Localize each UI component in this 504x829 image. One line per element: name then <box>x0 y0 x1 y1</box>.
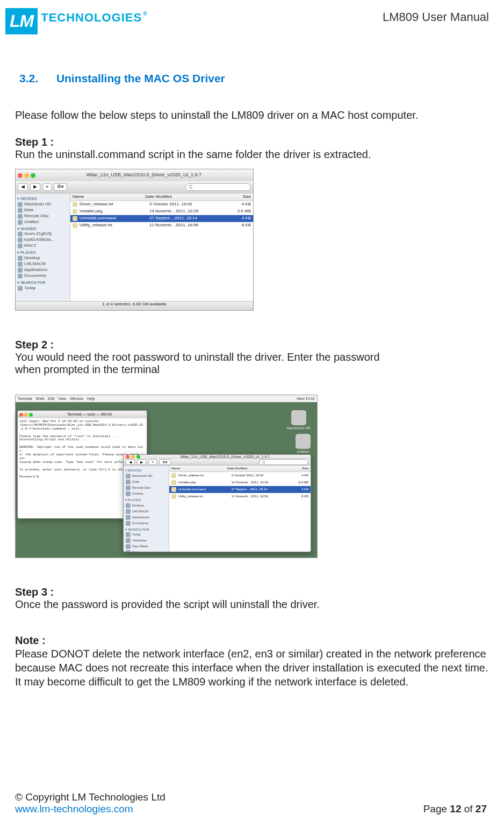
folder-icon <box>18 214 23 219</box>
file-name: Uninstall.command <box>80 216 149 221</box>
action-button[interactable]: ⚙︎▾ <box>159 459 171 466</box>
menu-help[interactable]: Help <box>87 397 95 401</box>
menu-window[interactable]: Window <box>70 397 83 401</box>
minimize-icon[interactable] <box>24 173 29 178</box>
file-row[interactable]: Installer.pkg14 Novemb…2011, 10:292.6 MB <box>70 208 253 215</box>
col-size[interactable]: Size <box>286 467 309 470</box>
col-date[interactable]: Date Modified <box>145 195 221 199</box>
file-row[interactable]: Utility_release.txt11 Novemb…2011, 16:56… <box>70 222 253 229</box>
sidebar-item[interactable]: LMLMACM <box>125 509 167 514</box>
file-row[interactable]: Installer.pkg14 Novemb…2011, 10:292.6 MB <box>169 479 311 486</box>
sidebar-item[interactable]: LMLMACM <box>17 261 68 267</box>
sidebar-item[interactable]: Remote Disc <box>125 485 167 491</box>
folder-icon <box>126 480 131 484</box>
finder1-titlebar: Wlan_11n_USB_MacOS10.5_Driver_v1020_UI_1… <box>16 169 253 181</box>
menu-view[interactable]: View <box>58 397 66 401</box>
folder-icon <box>18 202 23 207</box>
file-size: 2.6 MB <box>222 209 251 214</box>
file-row[interactable]: Driver_release.txt3 October 2011, 19:024… <box>169 472 311 479</box>
forward-button[interactable]: ▶ <box>30 183 40 191</box>
sidebar-item[interactable]: Remote Disc <box>17 213 68 219</box>
folder-icon <box>18 256 23 261</box>
sidebar-item[interactable]: Untitled <box>17 219 68 225</box>
file-name: Utility_release.txt <box>80 223 149 228</box>
file-row[interactable]: Driver_release.txt3 October 2011, 19:024… <box>70 201 253 208</box>
minimize-icon[interactable] <box>131 455 135 459</box>
menu-edit[interactable]: Edit <box>48 397 54 401</box>
menu-shell[interactable]: Shell <box>35 397 44 401</box>
folder-icon <box>18 268 23 273</box>
col-name[interactable]: Name <box>73 195 145 199</box>
close-icon[interactable] <box>19 413 23 417</box>
file-size: 8 KB <box>222 223 251 228</box>
zoom-icon[interactable] <box>29 413 33 417</box>
desktop-icon-hd[interactable]: Macintosh HD <box>287 410 311 431</box>
step2-body-line1: You would need the root password to unin… <box>15 351 489 363</box>
col-size[interactable]: Size <box>221 195 251 199</box>
sidebar-item[interactable]: Past Week <box>125 544 167 549</box>
col-name[interactable]: Name <box>171 467 227 470</box>
sidebar-item[interactable]: Yesterday <box>125 538 167 544</box>
back-button[interactable]: ◀ <box>18 183 28 191</box>
folder-icon <box>126 521 131 526</box>
file-row[interactable]: Uninstall.command27 Septem…2011, 18:144 … <box>169 486 311 493</box>
step3-body: Once the password is provided the script… <box>15 598 489 611</box>
sidebar-item[interactable]: 4com-21g615j <box>17 231 68 237</box>
sidebar-item[interactable]: Desktop <box>125 503 167 509</box>
sidebar-heading: ▾ DEVICES <box>125 469 167 473</box>
zoom-icon[interactable] <box>136 455 140 459</box>
sidebar-item[interactable]: Untitled <box>125 491 167 497</box>
action-button[interactable]: ⚙︎▾ <box>54 183 67 191</box>
col-date[interactable]: Date Modified <box>227 467 286 470</box>
file-size: 4 KB <box>287 474 308 477</box>
sidebar-item[interactable]: Macintosh HD <box>17 202 68 208</box>
finder1-sidebar: ▾ DEVICESMacintosh HDiDiskRemote DiscUnt… <box>16 194 70 301</box>
view-button[interactable]: ≡ <box>148 459 157 466</box>
folder-icon <box>18 220 23 225</box>
finder1-search-input[interactable]: Q <box>185 183 251 191</box>
sidebar-item[interactable]: Applications <box>125 514 167 520</box>
sidebar-item[interactable]: Applications <box>17 267 68 273</box>
forward-button[interactable]: ▶ <box>137 459 146 466</box>
logo-word: TECHNOLOGIES <box>41 11 147 25</box>
sidebar-item[interactable]: Documents <box>17 273 68 279</box>
folder-icon <box>18 238 23 242</box>
sidebar-item-label: iDisk <box>132 480 139 484</box>
back-button[interactable]: ◀ <box>126 459 135 466</box>
file-size: 4 KB <box>287 488 308 491</box>
sidebar-item[interactable]: iDisk <box>125 479 167 485</box>
sidebar-item[interactable]: Today <box>125 532 167 538</box>
sidebar-item-label: Yesterday <box>132 539 146 542</box>
desktop-icon-untitled[interactable]: Untitled <box>296 434 311 454</box>
note-body: Please DONOT delete the network interfac… <box>15 647 489 689</box>
view-button[interactable]: ≡ <box>42 183 52 191</box>
minimize-icon[interactable] <box>24 413 28 417</box>
sidebar-item[interactable]: hp001438b3a… <box>17 237 68 243</box>
sidebar-item[interactable]: Documents <box>125 520 167 526</box>
step2-body-line2: when prompted in the terminal <box>15 363 489 376</box>
section-title: Uninstalling the MAC OS Driver <box>56 72 225 84</box>
zoom-icon[interactable] <box>31 173 35 178</box>
footer-url[interactable]: www.lm-technologies.com <box>15 803 165 815</box>
sidebar-item[interactable]: iDisk <box>17 208 68 213</box>
finder2-search-input[interactable]: Q <box>259 459 308 466</box>
close-icon[interactable] <box>18 173 23 178</box>
sidebar-item[interactable]: Desktop <box>17 255 68 261</box>
file-size: 8 KB <box>287 495 308 498</box>
file-date: 3 October 2011, 19:02 <box>149 202 222 207</box>
file-row[interactable]: Utility_release.txt11 Novemb…2011, 16:56… <box>169 493 311 500</box>
sidebar-item[interactable]: All Images <box>125 549 167 552</box>
sidebar-item[interactable]: MAC2 <box>17 243 68 249</box>
sidebar-item-label: iDisk <box>24 208 33 213</box>
file-row[interactable]: Uninstall.command27 Septem…2011, 18:144 … <box>70 215 253 222</box>
menu-terminal[interactable]: Terminal <box>18 397 32 401</box>
folder-icon <box>126 491 131 496</box>
file-icon <box>73 209 77 214</box>
sidebar-heading: ▾ SEARCH FOR <box>17 281 68 285</box>
sidebar-item-label: Today <box>132 533 141 537</box>
close-icon[interactable] <box>126 455 129 459</box>
sidebar-item-label: Desktop <box>24 256 40 261</box>
sidebar-item[interactable]: Today <box>17 285 68 291</box>
file-icon <box>171 494 176 499</box>
sidebar-item[interactable]: Macintosh HD <box>125 473 167 479</box>
